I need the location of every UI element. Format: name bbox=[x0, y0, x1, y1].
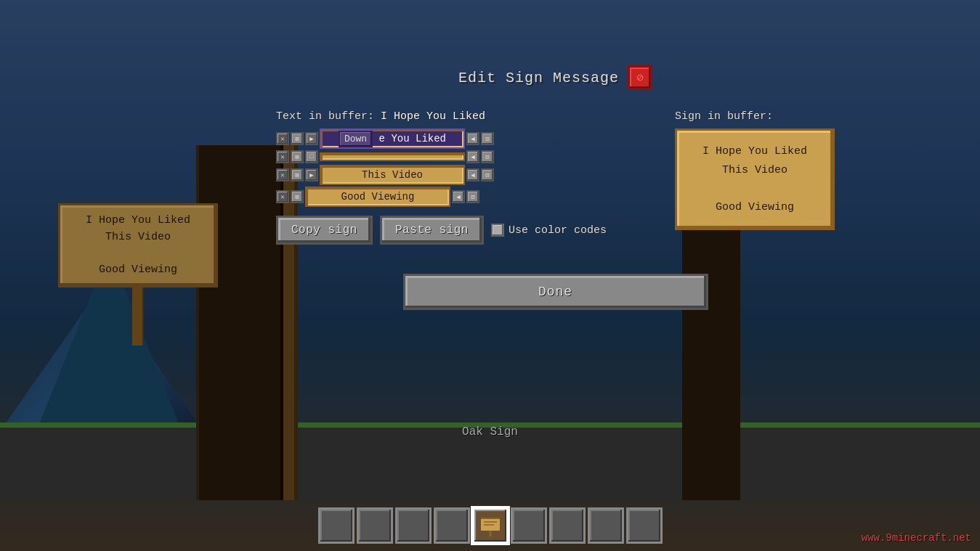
oak-sign-label: Oak Sign bbox=[462, 425, 518, 438]
svg-rect-1 bbox=[481, 518, 500, 519]
dialog-title: Edit Sign Message bbox=[458, 70, 619, 86]
row-2-right-1[interactable]: ◀ bbox=[466, 150, 479, 163]
text-buffer-value: I Hope You Liked bbox=[381, 110, 485, 123]
row-2-controls-right: ◀ ⊡ bbox=[466, 150, 494, 163]
sign-row-3-field[interactable]: This Video bbox=[320, 165, 465, 185]
sign-row-1: ✕ ⊞ ▶ Down e You Liked ◀ ⊡ bbox=[276, 128, 660, 149]
row-3-copy[interactable]: ⊞ bbox=[291, 168, 304, 181]
buffer-line-4: Good Viewing bbox=[686, 198, 824, 217]
row-2-checkbox[interactable]: □ bbox=[305, 150, 318, 163]
use-color-codes-label[interactable]: Use color codes bbox=[491, 224, 607, 237]
buffer-line-1: I Hope You Liked bbox=[686, 142, 824, 161]
sign-row-1-field[interactable]: Down e You Liked bbox=[320, 128, 465, 149]
text-buffer-label: Text in buffer: I Hope You Liked bbox=[276, 110, 660, 123]
row-3-text: This Video bbox=[362, 169, 423, 181]
row-1-controls-right: ◀ ⊡ bbox=[466, 132, 494, 145]
hotbar-slot-9 bbox=[626, 507, 663, 544]
copy-sign-button[interactable]: Copy sign bbox=[276, 216, 373, 245]
row-2-delete[interactable]: ✕ bbox=[276, 150, 289, 163]
hotbar-slot-3 bbox=[395, 507, 432, 544]
use-color-codes-checkbox[interactable] bbox=[491, 224, 504, 237]
hotbar-slot-4 bbox=[434, 507, 470, 544]
hotbar-slot-7 bbox=[549, 507, 586, 544]
sign-row-2-field[interactable] bbox=[320, 152, 465, 161]
row-1-copy[interactable]: ⊞ bbox=[291, 132, 304, 145]
buffer-line-2: This Video bbox=[686, 161, 824, 180]
row-1-right-2[interactable]: ⊡ bbox=[481, 132, 494, 145]
sign-buffer-display: I Hope You Liked This Video Good Viewing bbox=[675, 128, 835, 230]
hotbar bbox=[318, 507, 663, 544]
row-3-controls-right: ◀ ⊡ bbox=[466, 168, 494, 181]
row-4-right-1[interactable]: ◀ bbox=[452, 190, 465, 203]
row-1-controls-left: ✕ ⊞ ▶ bbox=[276, 132, 318, 145]
hotbar-slot-6 bbox=[511, 507, 547, 544]
row-2-copy[interactable]: ⊞ bbox=[291, 150, 304, 163]
row-4-controls-left: ✕ ⊞ bbox=[276, 190, 304, 203]
row-3-controls-left: ✕ ⊞ ▶ bbox=[276, 168, 318, 181]
sign-row-4: ✕ ⊞ Good Viewing ◀ ⊡ bbox=[276, 187, 660, 207]
buttons-row: Copy sign Paste sign Use color codes bbox=[276, 216, 660, 245]
row-3-delete[interactable]: ✕ bbox=[276, 168, 289, 181]
row-2-right-2[interactable]: ⊡ bbox=[481, 150, 494, 163]
left-panel: Text in buffer: I Hope You Liked ✕ ⊞ ▶ D… bbox=[276, 110, 660, 259]
row-4-copy[interactable]: ⊞ bbox=[291, 190, 304, 203]
row-4-right-2[interactable]: ⊡ bbox=[466, 190, 479, 203]
watermark: www.9minecraft.net bbox=[862, 532, 971, 544]
sign-row-2: ✕ ⊞ □ ◀ ⊡ bbox=[276, 150, 660, 163]
row-4-delete[interactable]: ✕ bbox=[276, 190, 289, 203]
row-3-right-2[interactable]: ⊡ bbox=[481, 168, 494, 181]
dye-icon[interactable] bbox=[628, 65, 652, 90]
hotbar-slot-1 bbox=[318, 507, 355, 544]
row-4-text: Good Viewing bbox=[341, 191, 415, 203]
use-color-codes-text: Use color codes bbox=[509, 224, 607, 237]
done-button[interactable]: Done bbox=[403, 274, 708, 310]
row-3-move[interactable]: ▶ bbox=[305, 168, 318, 181]
paste-sign-button[interactable]: Paste sign bbox=[380, 216, 484, 245]
hotbar-slot-2 bbox=[357, 507, 393, 544]
down-button[interactable]: Down bbox=[339, 131, 373, 147]
done-button-container: Done bbox=[403, 274, 708, 310]
sign-row-4-field[interactable]: Good Viewing bbox=[305, 187, 450, 207]
content-area: Text in buffer: I Hope You Liked ✕ ⊞ ▶ D… bbox=[276, 110, 835, 259]
sign-buffer-label: Sign in buffer: bbox=[675, 110, 835, 123]
svg-rect-2 bbox=[489, 531, 492, 536]
right-panel: Sign in buffer: I Hope You Liked This Vi… bbox=[675, 110, 835, 230]
hotbar-slot-8 bbox=[588, 507, 624, 544]
sign-row-3: ✕ ⊞ ▶ This Video ◀ ⊡ bbox=[276, 165, 660, 185]
row-1-right-1[interactable]: ◀ bbox=[466, 132, 479, 145]
edit-sign-dialog: Edit Sign Message Text in buffer: I Hope… bbox=[276, 65, 835, 310]
buffer-line-3 bbox=[686, 179, 824, 198]
svg-rect-0 bbox=[481, 518, 500, 531]
hotbar-slot-5-selected bbox=[472, 507, 509, 544]
sign-editor: ✕ ⊞ ▶ Down e You Liked ◀ ⊡ bbox=[276, 128, 660, 207]
row-1-move[interactable]: ▶ bbox=[305, 132, 318, 145]
title-bar: Edit Sign Message bbox=[458, 65, 652, 90]
row-1-delete[interactable]: ✕ bbox=[276, 132, 289, 145]
row-3-right-1[interactable]: ◀ bbox=[466, 168, 479, 181]
row-4-controls-right: ◀ ⊡ bbox=[452, 190, 479, 203]
row-1-text: e You Liked bbox=[379, 133, 446, 144]
sign-item-icon bbox=[479, 515, 501, 536]
row-2-controls-left: ✕ ⊞ □ bbox=[276, 150, 318, 163]
